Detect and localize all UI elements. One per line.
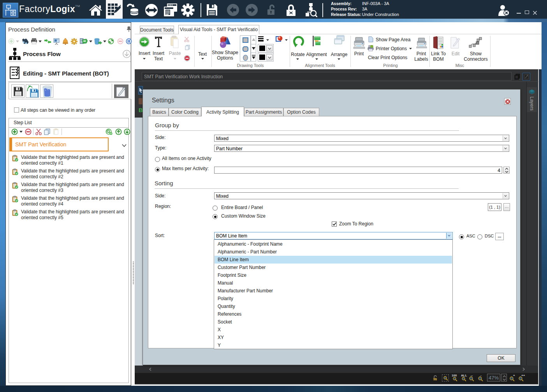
svg-text:?: ? — [371, 45, 372, 47]
